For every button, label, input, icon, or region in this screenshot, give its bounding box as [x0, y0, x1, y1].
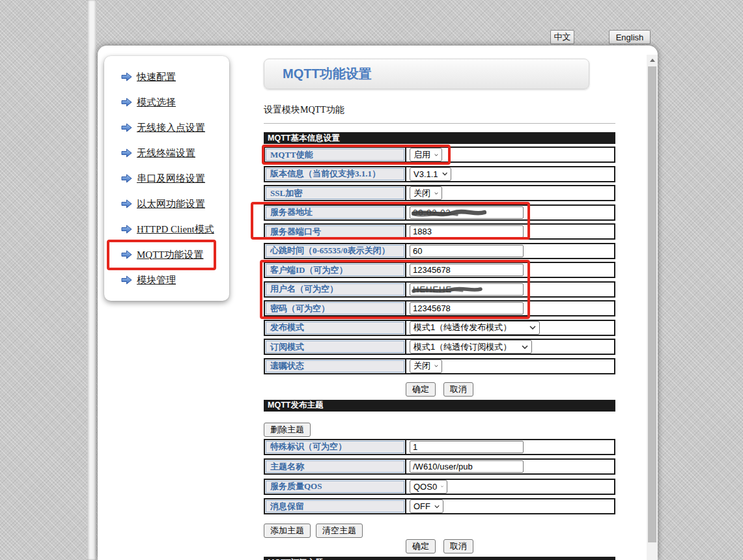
- main-content: MQTT功能设置 设置模块MQTT功能 MQTT基本信息设置 MQTT使能 启用: [264, 59, 615, 560]
- vertical-scrollbar[interactable]: [647, 55, 658, 560]
- table-row: 客户端ID（可为空）: [264, 262, 615, 278]
- username-input[interactable]: HEHEHE: [410, 283, 524, 296]
- field-label: 主题名称: [266, 460, 404, 473]
- arrow-right-icon: [121, 72, 132, 81]
- sidebar-item-mode-select[interactable]: 模式选择: [121, 96, 229, 109]
- retain-select[interactable]: OFF: [410, 499, 443, 513]
- arrow-right-icon: [121, 98, 132, 107]
- arrow-right-icon: [121, 148, 132, 158]
- sidebar-item-label: 模块管理: [137, 274, 176, 287]
- basic-ok-button[interactable]: 确定: [406, 382, 436, 397]
- publish-mode-select[interactable]: 模式1（纯透传发布模式）: [410, 321, 540, 335]
- sidebar-item-label: 以太网功能设置: [137, 198, 205, 210]
- sidebar-item-label: MQTT功能设置: [137, 249, 204, 261]
- basic-cancel-button[interactable]: 取消: [443, 382, 473, 397]
- sidebar-item-label: 串口及网络设置: [137, 173, 205, 185]
- table-row: 订阅模式 模式1（纯透传订阅模式）: [264, 339, 615, 355]
- chevron-down-icon: [441, 484, 443, 488]
- sidebar-item-label: 快速配置: [137, 71, 176, 83]
- sidebar-item-module-management[interactable]: 模块管理: [121, 273, 229, 287]
- delete-topic-button[interactable]: 删除主题: [264, 423, 311, 437]
- qos-select[interactable]: QOS0: [410, 480, 447, 494]
- language-chinese-button[interactable]: 中文: [550, 30, 574, 44]
- arrow-right-icon: [121, 225, 132, 234]
- table-row: 发布模式 模式1（纯透传发布模式）: [264, 320, 615, 336]
- field-label: 服务器端口号: [266, 225, 404, 238]
- publish-cancel-button[interactable]: 取消: [443, 539, 473, 553]
- chevron-down-icon: [434, 153, 438, 157]
- ssl-encrypt-select[interactable]: 关闭: [410, 186, 442, 200]
- mqtt-basic-table: MQTT基本信息设置 MQTT使能 启用 版本信息（当前仅支持3.1.1）: [264, 132, 615, 374]
- table-row: SSL加密 关闭: [264, 185, 615, 201]
- field-label: 客户端ID（可为空）: [266, 264, 404, 276]
- redacted-text: HEHEHE: [413, 285, 452, 294]
- divider: [264, 123, 615, 124]
- field-label: 订阅模式: [266, 341, 404, 353]
- field-label: 版本信息（当前仅支持3.1.1）: [266, 168, 404, 180]
- chevron-down-icon: [434, 191, 438, 195]
- triangle-up-icon: [650, 56, 655, 62]
- heartbeat-input[interactable]: [410, 245, 524, 257]
- field-label: MQTT使能: [266, 148, 404, 161]
- table-row: 服务器地址 00.02.02: [264, 204, 615, 221]
- redacted-text: 00.02.02: [413, 208, 451, 217]
- mqtt-publish-table: 特殊标识（可为空） 主题名称 服务质量QOS QOS0: [264, 439, 615, 515]
- arrow-right-icon: [121, 250, 132, 259]
- mqtt-enable-select[interactable]: 启用: [410, 148, 442, 161]
- table-row: 特殊标识（可为空）: [264, 439, 615, 455]
- table-row: 遗嘱状态 关闭: [264, 358, 615, 374]
- subscribe-mode-select[interactable]: 模式1（纯透传订阅模式）: [410, 340, 532, 354]
- arrow-right-icon: [121, 174, 132, 183]
- section-header-subscribe: MQTT订阅主题: [264, 557, 615, 560]
- sidebar-item-wireless-ap[interactable]: 无线接入点设置: [121, 121, 229, 134]
- field-label: 服务质量QOS: [266, 481, 404, 493]
- server-address-input[interactable]: 00.02.02: [410, 206, 524, 219]
- arrow-right-icon: [121, 275, 132, 285]
- sidebar-item-httpd-client[interactable]: HTTPD Client模式: [121, 223, 229, 236]
- sidebar-item-uart-network[interactable]: 串口及网络设置: [121, 172, 229, 185]
- language-english-button[interactable]: English: [609, 30, 651, 44]
- page-title: MQTT功能设置: [264, 59, 589, 89]
- sidebar-item-label: 无线终端设置: [137, 147, 195, 160]
- mqtt-version-select[interactable]: V3.1.1: [410, 167, 451, 181]
- field-label: 服务器地址: [266, 206, 404, 219]
- sidebar-item-quick-config[interactable]: 快速配置: [121, 70, 229, 83]
- content-panel: 快速配置 模式选择 无线接入点设置 无线终端设置 串口及网络设置 以太网功能设置…: [98, 46, 658, 560]
- table-row: MQTT使能 启用: [264, 147, 615, 163]
- field-label: 心跳时间（0-65535/0表示关闭）: [266, 245, 404, 257]
- table-row: 消息保留 OFF: [264, 498, 615, 514]
- password-input[interactable]: [410, 302, 524, 315]
- chevron-down-icon: [434, 505, 440, 509]
- sidebar-item-label: 无线接入点设置: [137, 122, 205, 134]
- table-row: 主题名称: [264, 458, 615, 475]
- table-row: 心跳时间（0-65535/0表示关闭）: [264, 243, 615, 259]
- arrow-right-icon: [121, 199, 132, 208]
- sidebar-item-wireless-sta[interactable]: 无线终端设置: [121, 147, 229, 160]
- field-label: 发布模式: [266, 322, 404, 334]
- table-row: 服务器端口号: [264, 223, 615, 240]
- scrollbar-up-button[interactable]: [647, 55, 658, 65]
- clear-topic-button[interactable]: 清空主题: [316, 524, 363, 538]
- page-subtitle: 设置模块MQTT功能: [264, 104, 615, 115]
- sidebar: 快速配置 模式选择 无线接入点设置 无线终端设置 串口及网络设置 以太网功能设置…: [104, 56, 229, 301]
- chevron-down-icon: [442, 172, 447, 176]
- scrollbar-thumb[interactable]: [648, 66, 656, 542]
- field-label: SSL加密: [266, 187, 404, 199]
- add-topic-button[interactable]: 添加主题: [264, 524, 311, 538]
- client-id-input[interactable]: [410, 264, 524, 276]
- sidebar-item-label: HTTPD Client模式: [137, 223, 214, 236]
- special-flag-input[interactable]: [410, 441, 524, 453]
- topic-name-input[interactable]: [410, 460, 524, 473]
- section-header-basic: MQTT基本信息设置: [264, 132, 615, 144]
- sidebar-item-mqtt-settings[interactable]: MQTT功能设置: [121, 248, 229, 261]
- arrow-right-icon: [121, 123, 132, 132]
- publish-ok-button[interactable]: 确定: [406, 539, 436, 553]
- sidebar-item-ethernet[interactable]: 以太网功能设置: [121, 197, 229, 210]
- field-label: 遗嘱状态: [266, 360, 404, 372]
- chevron-down-icon: [522, 345, 528, 349]
- server-port-input[interactable]: [410, 225, 524, 238]
- will-status-select[interactable]: 关闭: [410, 359, 442, 373]
- table-row: 用户名（可为空） HEHEHE: [264, 281, 615, 298]
- field-label: 消息保留: [266, 500, 404, 512]
- field-label: 特殊标识（可为空）: [266, 441, 404, 453]
